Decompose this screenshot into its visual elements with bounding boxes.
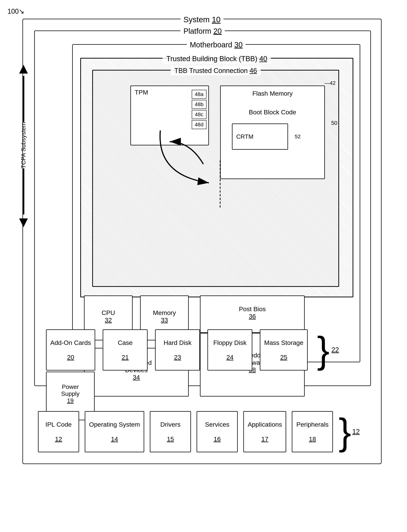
ref-100-text: 100 <box>8 8 19 15</box>
box-50-ref: 50 <box>331 120 337 126</box>
peripherals-box: Peripherals 18 <box>292 411 333 452</box>
post-bios-box: Post Bios 36 <box>200 295 305 333</box>
brace-12-symbol: } <box>338 413 351 450</box>
drivers-box: Drivers 15 <box>150 411 191 452</box>
tcpa-arrow: ▲ TCPA Subsystem ▼ <box>16 61 31 230</box>
tbb-connection-box: TBB Trusted Connection 46 TPM 48a 48b 48… <box>92 70 339 287</box>
add-on-cards-box: Add-On Cards 20 <box>46 329 95 371</box>
flash-memory-label: Flash Memory <box>252 90 293 97</box>
brace-22-symbol: } <box>317 331 329 369</box>
tbb-box: Trusted Building Block (TBB) 40 TBB Trus… <box>80 58 353 297</box>
arrow-line-bottom <box>23 168 24 214</box>
memory-label: Memory 33 <box>153 309 176 324</box>
floppy-disk-box: Floppy Disk 24 <box>207 329 252 371</box>
platform-bottom-row: Add-On Cards 20 Case 21 Hard Disk 23 Flo… <box>46 329 359 371</box>
crtm-label: CRTM <box>236 133 253 140</box>
boot-block-label: Boot Block Code <box>249 109 296 116</box>
arrow-down: ▼ <box>16 214 31 230</box>
ref-42-label: —42 <box>325 80 336 86</box>
post-bios-label: Post Bios 36 <box>239 305 266 320</box>
hard-disk-box: Hard Disk 23 <box>155 329 200 371</box>
system-label: System 10 <box>180 15 224 24</box>
brace-22-group: } 22 <box>315 331 339 369</box>
brace-12-group: } 12 <box>338 413 360 450</box>
case-box: Case 21 <box>103 329 148 371</box>
services-box: Services 16 <box>196 411 238 452</box>
software-row: IPL Code 12 Operating System 14 Drivers … <box>38 411 366 452</box>
platform-label: Platform 20 <box>180 27 225 35</box>
flash-box: —42 Flash Memory Boot Block Code CRTM 52 <box>220 86 325 179</box>
cpu-label: CPU 32 <box>102 309 115 324</box>
arrow-up: ▲ <box>16 61 31 76</box>
ref-22-label: 22 <box>331 346 339 354</box>
tbb-label: Trusted Building Block (TBB) 40 <box>163 54 271 64</box>
tcpa-subsystem-label: TCPA Subsystem <box>20 122 27 168</box>
crtm-ref: 52 <box>295 134 301 140</box>
motherboard-box: Motherboard 30 Trusted Building Block (T… <box>72 44 360 362</box>
outer-ref-label: 100↘ <box>8 8 24 15</box>
mass-storage-box: Mass Storage 25 <box>260 329 308 371</box>
applications-box: Applications 17 <box>243 411 286 452</box>
tbb-connection-label: TBB Trusted Connection 46 <box>171 66 261 75</box>
ref-12-label: 12 <box>352 428 360 436</box>
crtm-box: CRTM 52 <box>232 124 288 150</box>
system-box: System 10 Platform 20 ▲ TCPA Subsystem ▼ <box>23 19 382 464</box>
diagram-root: 100↘ System 10 Platform 20 ▲ TCPA Subsys… <box>8 8 399 524</box>
platform-box: Platform 20 ▲ TCPA Subsystem ▼ Motherboa… <box>34 31 371 386</box>
ipl-code-box: IPL Code 12 <box>38 411 79 452</box>
operating-system-box: Operating System 14 <box>85 411 144 452</box>
motherboard-label: Motherboard 30 <box>187 41 246 49</box>
power-supply-label: Power Supply 19 <box>59 383 82 404</box>
curved-arrows-svg <box>108 82 224 216</box>
arrow-line-top <box>23 76 24 122</box>
